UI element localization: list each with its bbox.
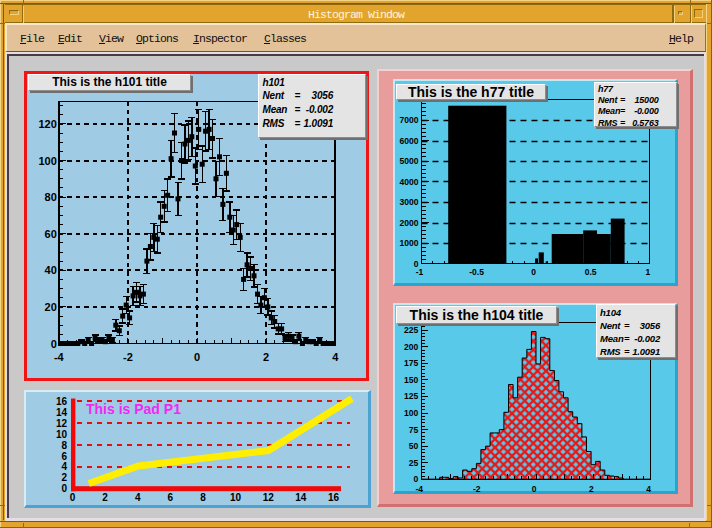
svg-text:4000: 4000 [400, 177, 419, 187]
svg-text:14: 14 [295, 492, 307, 503]
svg-text:100: 100 [38, 155, 56, 167]
svg-text:0: 0 [61, 483, 67, 494]
svg-text:12: 12 [263, 492, 275, 503]
svg-text:4: 4 [61, 461, 67, 472]
svg-text:0: 0 [70, 492, 76, 503]
svg-text:3000: 3000 [400, 197, 419, 207]
svg-text:6000: 6000 [400, 136, 419, 146]
svg-text:120: 120 [38, 118, 56, 130]
svg-text:This is Pad P1: This is Pad P1 [86, 401, 181, 417]
svg-text:175: 175 [404, 358, 418, 368]
svg-text:12: 12 [56, 418, 68, 429]
svg-text:6: 6 [168, 492, 174, 503]
svg-text:-0.5: -0.5 [469, 267, 484, 277]
svg-text:-2: -2 [123, 351, 133, 363]
svg-text:75: 75 [409, 425, 419, 435]
svg-text:-4: -4 [54, 351, 65, 363]
svg-text:0: 0 [194, 351, 200, 363]
svg-text:2: 2 [263, 351, 269, 363]
svg-text:225: 225 [404, 325, 418, 335]
svg-text:60: 60 [45, 228, 57, 240]
svg-text:2000: 2000 [400, 218, 419, 228]
svg-text:80: 80 [45, 191, 57, 203]
svg-text:4: 4 [646, 484, 651, 494]
svg-text:-4: -4 [416, 484, 424, 494]
svg-text:5000: 5000 [400, 156, 419, 166]
svg-text:4: 4 [332, 351, 339, 363]
svg-text:16: 16 [56, 396, 68, 407]
svg-text:100: 100 [404, 408, 418, 418]
svg-text:14: 14 [56, 407, 68, 418]
svg-text:0.5: 0.5 [585, 267, 597, 277]
svg-text:0: 0 [51, 338, 57, 350]
svg-text:2: 2 [102, 492, 108, 503]
svg-text:25: 25 [409, 458, 419, 468]
svg-text:0: 0 [532, 484, 537, 494]
svg-text:7000: 7000 [400, 115, 419, 125]
svg-text:8: 8 [61, 440, 67, 451]
svg-text:0: 0 [531, 267, 536, 277]
svg-text:40: 40 [45, 264, 57, 276]
svg-text:10: 10 [230, 492, 242, 503]
svg-text:4: 4 [135, 492, 141, 503]
svg-text:150: 150 [404, 375, 418, 385]
svg-text:200: 200 [404, 342, 418, 352]
svg-text:125: 125 [404, 391, 418, 401]
svg-text:16: 16 [328, 492, 340, 503]
svg-text:-1: -1 [416, 267, 424, 277]
svg-text:0: 0 [414, 474, 419, 484]
svg-text:50: 50 [409, 441, 419, 451]
svg-text:10: 10 [56, 429, 68, 440]
svg-text:6: 6 [61, 451, 67, 462]
svg-text:8: 8 [200, 492, 206, 503]
svg-text:-2: -2 [473, 484, 481, 494]
svg-text:2: 2 [589, 484, 594, 494]
svg-text:2: 2 [61, 472, 67, 483]
svg-text:20: 20 [45, 301, 57, 313]
svg-text:1: 1 [645, 267, 650, 277]
svg-text:1000: 1000 [400, 238, 419, 248]
